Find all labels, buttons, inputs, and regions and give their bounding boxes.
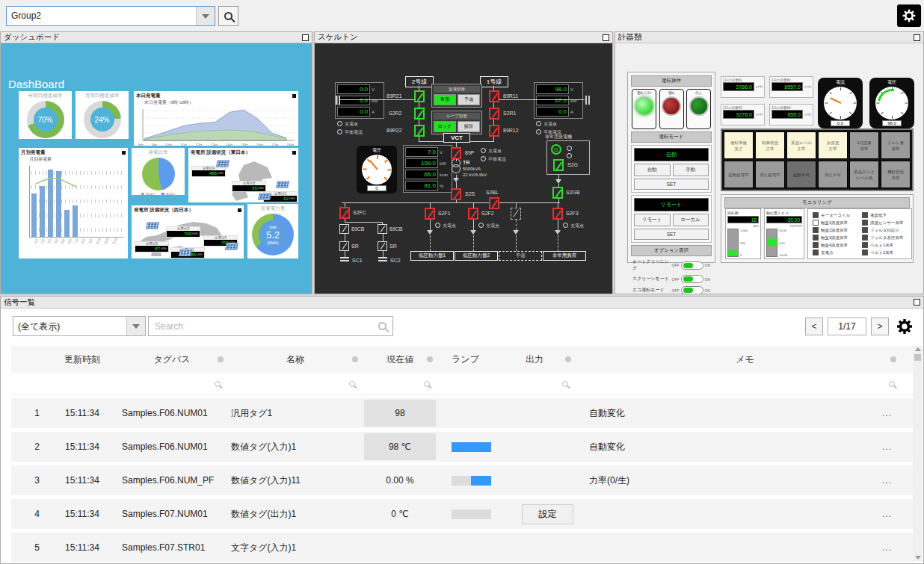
area-chart-tile[interactable]: 本日発電量 本日発電量（8時-18時） 8時9時10時11時12時13時14時1…: [134, 91, 298, 146]
sort-dot-icon[interactable]: [427, 356, 433, 362]
table-row[interactable]: 3 15:11:34 Samples.F06.NUM_PF 数値タグ(入力)11…: [11, 465, 914, 495]
mode-set-button[interactable]: SET: [634, 179, 709, 190]
scrollbar-thumb[interactable]: [914, 354, 921, 361]
row-actions-ellipsis[interactable]: ...: [882, 408, 892, 418]
breaker-S2R2[interactable]: [414, 108, 425, 120]
donut-month-tile[interactable]: 月間目標達成率 24%: [76, 91, 129, 139]
header-output[interactable]: 出力: [493, 346, 576, 373]
breaker-89P[interactable]: [451, 147, 461, 159]
table-row[interactable]: 1 15:11:34 Samples.F06.NUM01 汎用タグ1 98 自動…: [11, 398, 914, 428]
status-tile[interactable]: 機器状態 異常: [881, 161, 911, 188]
breaker-S2F3[interactable]: [552, 208, 563, 220]
breaker-S2F1[interactable]: [425, 208, 435, 220]
signal-search-input[interactable]: Search: [148, 316, 393, 336]
breaker-89R22[interactable]: [414, 125, 425, 137]
checkbox[interactable]: [813, 220, 819, 226]
loop-off-button[interactable]: 解除: [458, 121, 480, 132]
remote-button[interactable]: リモート: [634, 214, 671, 226]
checkbox[interactable]: [813, 250, 819, 255]
map-west-tile[interactable]: 発電所 設備状況（西日本） 発電所D 709kWh 発電所E 87kWh 発電所…: [132, 205, 244, 258]
pie-chart-tile[interactable]: 発電比率 系統1 系統2: [132, 148, 185, 195]
checkbox[interactable]: [813, 212, 819, 218]
sort-dot-icon[interactable]: [218, 356, 224, 362]
sort-dot-icon[interactable]: [890, 356, 896, 362]
set-button[interactable]: 設定: [522, 504, 573, 524]
breaker-S2GB[interactable]: [552, 187, 563, 199]
maximize-icon[interactable]: [914, 299, 920, 306]
alarm-item[interactable]: 軸受3温度異常: [813, 235, 857, 241]
toggle-switch[interactable]: [681, 275, 703, 283]
signal-filter-arrow[interactable]: [126, 317, 145, 335]
push-button[interactable]: 停止: [686, 89, 711, 129]
breaker-89R12[interactable]: [489, 125, 499, 137]
header-lamp[interactable]: ランプ: [437, 346, 493, 373]
breaker-S2F2[interactable]: [468, 208, 478, 220]
row-actions-ellipsis[interactable]: ...: [882, 475, 892, 486]
status-tile[interactable]: 起動不可: [786, 161, 816, 188]
remote-set-button[interactable]: SET: [634, 229, 709, 240]
scroll-up-icon[interactable]: [915, 347, 921, 351]
table-row[interactable]: 5 15:11:34 Samples.F07.STR01 文字タグ(入力)1 .…: [11, 533, 914, 563]
receive-off-button[interactable]: 予備: [458, 94, 480, 105]
donut-year-tile[interactable]: 年間目標達成率 70%: [19, 91, 72, 139]
search-button[interactable]: [218, 6, 238, 26]
breaker-S2S[interactable]: [451, 188, 461, 200]
header-memo[interactable]: メモ: [576, 346, 914, 373]
header-name[interactable]: 名称: [228, 346, 363, 373]
alarm-item[interactable]: フィルタ目詰り: [862, 227, 907, 233]
device-89CB[interactable]: [378, 224, 387, 234]
filter-output[interactable]: [493, 373, 576, 394]
table-settings-button[interactable]: [893, 315, 916, 338]
breaker-S2BL[interactable]: [489, 197, 499, 209]
breaker-89R11[interactable]: [489, 90, 499, 102]
breaker-S2FC[interactable]: [339, 207, 350, 219]
alarm-item[interactable]: フィルタ差圧異常: [862, 235, 907, 241]
device-89CB[interactable]: [339, 224, 349, 234]
push-button[interactable]: 運転: [659, 89, 684, 129]
checkbox[interactable]: [862, 250, 868, 255]
filter-tag-path[interactable]: [116, 373, 228, 394]
device-SR[interactable]: [378, 241, 387, 251]
checkbox[interactable]: [813, 242, 819, 248]
table-scrollbar[interactable]: [913, 346, 923, 561]
prev-page-button[interactable]: <: [805, 317, 823, 335]
next-page-button[interactable]: >: [871, 317, 889, 335]
alarm-item[interactable]: ベルト2異常: [862, 250, 907, 255]
map-east-tile[interactable]: 発電所 設備状況（東日本） 発電所A 486kWh 発電所B 65kWh 発電所…: [188, 148, 298, 202]
sort-dot-icon[interactable]: [352, 356, 358, 362]
local-button[interactable]: ローカル: [673, 214, 709, 226]
group-select[interactable]: Group2: [6, 6, 215, 26]
bar-chart-tile[interactable]: 月別発電量 月別発電量 1月2月3月4月5月6月7月8月9月10月11月12月: [19, 148, 128, 258]
alarm-item[interactable]: 電源低下: [862, 212, 907, 218]
status-tile[interactable]: 起動処理中: [724, 161, 754, 188]
page-indicator[interactable]: 1/17: [828, 317, 866, 335]
filter-memo[interactable]: [576, 373, 914, 394]
status-tile[interactable]: 停止不可: [818, 161, 848, 188]
row-actions-ellipsis[interactable]: ...: [882, 509, 892, 519]
checkbox[interactable]: [862, 235, 868, 241]
status-tile[interactable]: 薬品レベル 正常: [786, 131, 816, 159]
status-tile[interactable]: 制御状態 正常: [755, 131, 785, 159]
alarm-item[interactable]: 軸受1温度異常: [813, 220, 857, 226]
filter-current-value[interactable]: [363, 373, 437, 394]
checkbox[interactable]: [862, 220, 868, 226]
table-row[interactable]: 4 15:11:34 Samples.F07.NUM01 数値タグ(出力)1 0…: [11, 499, 914, 529]
breaker-S2R1[interactable]: [489, 108, 499, 120]
maximize-icon[interactable]: [603, 34, 609, 41]
mode-manual-button[interactable]: 手動: [673, 164, 709, 176]
row-actions-ellipsis[interactable]: ...: [882, 441, 892, 452]
sort-dot-icon[interactable]: [565, 356, 571, 362]
header-tag-path[interactable]: タグパス: [116, 346, 228, 373]
alarm-item[interactable]: モーターコイル: [813, 212, 857, 218]
header-current-value[interactable]: 現在値: [363, 346, 437, 373]
header-update-time[interactable]: 更新時刻: [49, 346, 116, 373]
breaker-S2G[interactable]: [553, 159, 564, 171]
mode-auto-button[interactable]: 自動: [634, 164, 671, 176]
donut-total-tile[interactable]: 売電電力量 total 5.2 (MWh): [247, 204, 298, 258]
device-SR[interactable]: [339, 241, 349, 251]
toggle-switch[interactable]: [681, 286, 703, 294]
status-tile[interactable]: 1日流量 異常: [849, 131, 879, 159]
status-tile[interactable]: 停止処理中: [755, 161, 785, 188]
alarm-item[interactable]: 温度センサー異常: [862, 220, 907, 226]
breaker-spare[interactable]: [511, 208, 521, 220]
